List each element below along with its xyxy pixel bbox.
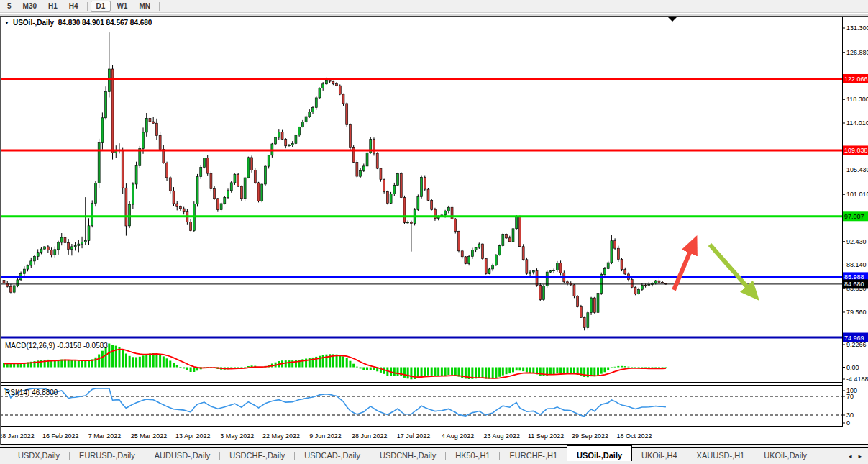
svg-text:0.00: 0.00 [846,364,859,371]
timeframe-button-5[interactable]: 5 [1,1,17,12]
svg-text:7 Mar 2022: 7 Mar 2022 [88,432,122,440]
svg-text:17 Jul 2022: 17 Jul 2022 [397,432,431,440]
timeframe-button-D1[interactable]: D1 [91,1,111,12]
timeframe-button-M30[interactable]: M30 [17,1,42,12]
price-axis-label-122.066: 122.066 [842,74,868,83]
symbol-tab-USDCNH-Daily[interactable]: USDCNH-,Daily [370,448,445,464]
price-axis-label-97.007: 97.007 [842,211,868,221]
symbol-tab-USOil-Daily[interactable]: USOil-,Daily [567,445,632,461]
chart-ohlc-values: 84.830 84.901 84.567 84.680 [58,19,152,27]
timeframe-button-W1[interactable]: W1 [111,1,133,12]
svg-text:131.300: 131.300 [846,24,868,32]
toolbar-separator [87,2,88,11]
symbol-tab-EURUSD-Daily[interactable]: EURUSD-,Daily [70,448,145,464]
symbol-tab-AUDUSD-Daily[interactable]: AUDUSD-,Daily [145,448,220,464]
svg-text:9.2266: 9.2266 [846,341,867,348]
svg-text:13 Apr 2022: 13 Apr 2022 [175,432,211,440]
svg-text:118.300: 118.300 [846,96,868,103]
symbol-tab-HK50-H1[interactable]: HK50-,H1 [446,448,499,464]
chart-canvas[interactable]: 131.300126.880118.300114.010105.430101.0… [0,17,868,445]
symbol-tab-bar: USDX,DailyEURUSD-,DailyAUDUSD-,DailyUSDC… [0,447,868,464]
svg-text:11 Sep 2022: 11 Sep 2022 [528,432,564,440]
chart-symbol-label: USOil-,Daily [13,19,54,27]
chart-window: 131.300126.880118.300114.010105.430101.0… [0,17,868,445]
svg-text:101.010: 101.010 [846,191,868,198]
macd-indicator-label: MACD(12,26,9) -0.3158 -0.0583 [5,342,108,350]
symbol-tab-USDX-Daily[interactable]: USDX,Daily [9,448,69,464]
svg-text:109.038: 109.038 [844,147,868,154]
timeframe-button-H4[interactable]: H4 [63,1,84,12]
svg-text:23 Aug 2022: 23 Aug 2022 [484,432,521,440]
svg-text:-4.4188: -4.4188 [846,376,868,383]
svg-text:122.066: 122.066 [844,76,868,83]
symbol-tab-XAUUSD-H1[interactable]: XAUUSD-,H1 [687,448,754,464]
price-axis-label-84.680: 84.680 [842,279,868,288]
svg-text:22 May 2022: 22 May 2022 [262,432,300,440]
symbol-tab-EURCHF-H1[interactable]: EURCHF-,H1 [500,448,567,464]
svg-text:105.430: 105.430 [846,166,868,173]
svg-text:88.140: 88.140 [846,261,867,268]
svg-text:29 Sep 2022: 29 Sep 2022 [572,432,608,440]
symbol-tab-UKOil-Daily[interactable]: UKOil-,Daily [754,448,816,464]
toolbar-separator [159,2,160,11]
symbol-tab-UKOil-H4[interactable]: UKOil-,H4 [632,448,687,464]
svg-text:4 Aug 2022: 4 Aug 2022 [442,432,475,440]
svg-text:28 Jun 2022: 28 Jun 2022 [352,432,388,440]
svg-text:114.010: 114.010 [846,119,868,127]
tab-scroll-left-icon[interactable]: ◂ [849,452,852,460]
time-axis[interactable]: 28 Jan 202216 Feb 20227 Mar 202225 Mar 2… [0,432,652,440]
svg-text:0: 0 [846,419,850,427]
chart-title: ▼USOil-,Daily 84.830 84.901 84.567 84.68… [4,19,152,27]
svg-text:3 May 2022: 3 May 2022 [220,432,254,440]
rsi-indicator-label: RSI(14) 46.8800 [5,388,58,396]
symbol-tab-USDCAD-Daily[interactable]: USDCAD-,Daily [295,448,370,464]
svg-text:18 Oct 2022: 18 Oct 2022 [616,432,652,440]
svg-text:92.430: 92.430 [846,238,867,245]
svg-text:79.560: 79.560 [846,309,867,316]
timeframe-button-H1[interactable]: H1 [42,1,63,12]
timeframe-toolbar: 5M30H1H4D1W1MN [0,0,868,13]
tab-scroll-right-icon[interactable]: ▸ [858,452,862,460]
svg-text:16 Feb 2022: 16 Feb 2022 [42,432,79,440]
svg-text:28 Jan 2022: 28 Jan 2022 [0,432,35,440]
svg-text:9 Jun 2022: 9 Jun 2022 [309,432,342,440]
svg-text:30: 30 [846,411,854,419]
svg-text:126.880: 126.880 [846,49,868,56]
timeframe-button-MN[interactable]: MN [133,1,156,12]
svg-text:84.680: 84.680 [844,281,864,288]
svg-text:70: 70 [846,393,854,400]
chart-dropdown-icon[interactable]: ▼ [4,20,9,25]
price-axis-label-109.038: 109.038 [842,145,868,155]
svg-text:97.007: 97.007 [844,213,864,220]
tab-scroll-controls: ◂▸ [849,448,868,464]
svg-text:25 Mar 2022: 25 Mar 2022 [131,432,168,440]
symbol-tab-USDCHF-Daily[interactable]: USDCHF-,Daily [220,448,294,464]
